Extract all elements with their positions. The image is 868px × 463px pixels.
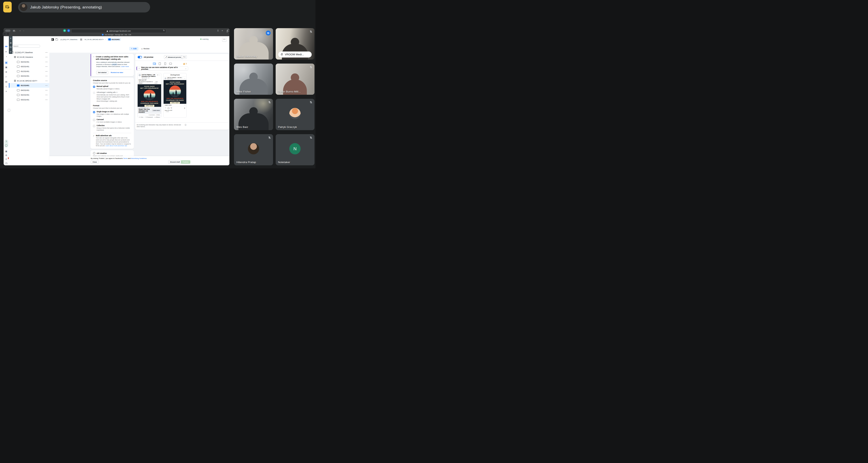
refresh-icon[interactable]: ↻: [163, 29, 165, 32]
annotation-mini-button[interactable]: [6, 32, 9, 35]
tree-item-ad[interactable]: I01C01H01 •••: [9, 69, 49, 74]
option-single-image[interactable]: Single image or video One image or video…: [93, 111, 131, 117]
breadcrumb-adset[interactable]: M | 24-45 | BROAD ADVT+: [85, 39, 104, 40]
radio-selected-icon[interactable]: [93, 86, 95, 88]
meta-logo-icon[interactable]: ∞: [4, 45, 9, 48]
billing-icon[interactable]: ▤: [4, 80, 9, 83]
radio-selected-icon[interactable]: [93, 111, 95, 113]
advertising-guidelines-link[interactable]: Advertising Guidelines: [131, 158, 147, 159]
phone-view-button[interactable]: [163, 62, 167, 65]
tablet-view-button[interactable]: [158, 62, 161, 65]
participant-tile[interactable]: Jakub Jablonsky: [234, 28, 273, 60]
option-multi-advertiser[interactable]: ✓ Multi-advertiser ads Your ads can appe…: [93, 135, 131, 147]
more-options-icon[interactable]: •••: [45, 52, 48, 53]
like-button[interactable]: ⇧ Like: [139, 117, 143, 118]
participant-tile[interactable]: Patryk Graczyk: [276, 99, 315, 130]
more-options-icon[interactable]: •••: [45, 89, 48, 91]
desktop-mobile-view-button[interactable]: [153, 62, 156, 65]
more-options-icon[interactable]: •••: [45, 56, 48, 58]
visibility-icon[interactable]: ◎: [9, 51, 12, 53]
comment-count[interactable]: 1 comment: [149, 114, 155, 115]
option-carousel[interactable]: Carousel 2 or more scrollable images or …: [93, 119, 131, 123]
more-options-icon[interactable]: •••: [45, 94, 48, 96]
forward-icon[interactable]: ›: [23, 29, 24, 32]
radio-icon[interactable]: [93, 119, 95, 121]
tabs-overview-icon[interactable]: [227, 29, 227, 33]
chevron-down-icon[interactable]: ⌄: [185, 68, 187, 69]
participant-tile[interactable]: N Notetaker: [276, 134, 315, 166]
share-preview-button[interactable]: ↗ ▾: [181, 55, 187, 59]
publish-button-disabled[interactable]: Publish: [181, 160, 190, 164]
boost-icon[interactable]: ▸: [4, 50, 9, 53]
option-collection[interactable]: Collection Group of items that opens int…: [93, 125, 131, 131]
close-button[interactable]: Close: [91, 160, 99, 164]
learn-more-row[interactable]: Learn more ›: [163, 104, 186, 107]
more-link[interactable]: ... more: [163, 111, 186, 113]
heart-icon[interactable]: ♡: [165, 107, 166, 109]
terms-link[interactable]: Terms: [123, 158, 128, 159]
more-options-button[interactable]: •••: [222, 37, 226, 42]
participant-tile[interactable]: Wes Baiz: [234, 99, 273, 130]
notifications-bell-icon[interactable]: 1 4: [4, 158, 9, 161]
share-count[interactable]: 1 share: [156, 114, 160, 115]
tree-item-ad[interactable]: I03C01H01 •••: [9, 64, 49, 69]
extension-icon[interactable]: ●: [67, 29, 70, 32]
more-options-icon[interactable]: •••: [45, 70, 48, 72]
tab-review[interactable]: ◎ Review: [141, 48, 150, 50]
campaigns-icon[interactable]: ▦: [4, 61, 8, 64]
multi-advertiser-link[interactable]: Learn about multi-advertiser ads: [105, 145, 127, 146]
landscape-view-button[interactable]: [169, 62, 172, 65]
breadcrumb-ad-current[interactable]: I01C01H01: [107, 38, 121, 41]
share-icon[interactable]: ▽: [170, 107, 172, 109]
tab-edit[interactable]: ✎ Edit: [129, 47, 138, 51]
more-options-icon[interactable]: •••: [45, 75, 48, 77]
participant-tile[interactable]: VROOM Medi...: [276, 28, 315, 60]
business-settings-icon[interactable]: ☺: [4, 85, 9, 88]
search-input[interactable]: [10, 45, 40, 48]
preview-warning[interactable]: 1: [183, 63, 187, 65]
back-icon[interactable]: ‹: [20, 29, 21, 32]
tree-item-ad[interactable]: I04C01H01 •••: [9, 74, 49, 78]
remind-me-later-link[interactable]: Remind me later: [111, 72, 123, 73]
share-button[interactable]: ↪ Share: [155, 117, 160, 118]
more-options-icon[interactable]: •••: [45, 85, 48, 86]
see-more-link[interactable]: ...See more: [155, 81, 160, 84]
tree-item-folder[interactable]: (1) [SS] LFF | Baselines •••: [9, 50, 49, 55]
kebab-menu-icon[interactable]: ⋮: [159, 74, 160, 76]
variations-banner[interactable]: ☆ Now you can see more variations of you…: [136, 66, 188, 70]
megaphone-icon[interactable]: ⚐: [4, 76, 9, 78]
more-options-icon[interactable]: •••: [45, 99, 48, 101]
search-nav-icon[interactable]: [4, 162, 9, 165]
ads-reporting-icon[interactable]: ▣: [4, 66, 9, 69]
pen-tool-icon[interactable]: ✎: [9, 46, 12, 48]
tree-item-ad[interactable]: I04C01H01 •••: [9, 88, 49, 93]
more-options-icon[interactable]: ⋯: [184, 78, 185, 79]
participant-tile[interactable]: Hitendra Pratap: [234, 134, 273, 166]
window-controls[interactable]: [5, 30, 10, 32]
new-tab-icon[interactable]: +: [222, 29, 223, 32]
sidebar-toggle-icon[interactable]: ▤⌄: [13, 29, 16, 33]
participant-tile[interactable]: Dylan Burns-Mill...: [276, 64, 315, 95]
annotation-mini-button[interactable]: [3, 32, 6, 35]
ad-preview-toggle[interactable]: [137, 56, 142, 58]
more-options-icon[interactable]: •••: [45, 66, 48, 67]
about-advantage-link[interactable]: About Advantage+ catalog ads: [97, 100, 131, 102]
breadcrumb-campaign[interactable]: (1) [SS] LFF | Baselines: [60, 39, 78, 40]
close-annotation-icon[interactable]: ✕: [9, 37, 12, 39]
more-options-icon[interactable]: •••: [45, 80, 48, 82]
more-options-icon[interactable]: •••: [45, 61, 48, 63]
option-manual-upload[interactable]: Manual upload Manually upload images or …: [93, 86, 131, 90]
all-tools-icon[interactable]: ≡: [4, 90, 9, 93]
participant-tile[interactable]: Mike Fisher: [234, 64, 273, 95]
radio-disabled-icon[interactable]: [93, 92, 95, 94]
browser-tab[interactable]: f Ads Manager - Manage ads - Ads - Edit: [4, 33, 229, 36]
chat-icon[interactable]: ◯: [4, 144, 9, 146]
grammarly-extension-icon[interactable]: G: [63, 29, 66, 32]
annotation-app-icon[interactable]: [3, 2, 12, 12]
checkmark-icon[interactable]: ✓: [93, 135, 95, 147]
radio-icon[interactable]: [93, 125, 95, 127]
tree-item-ad[interactable]: I02C01H01 •••: [9, 60, 49, 64]
tree-item-campaign[interactable]: M | 24-45 | Insurance •••: [9, 55, 49, 59]
shapes-icon[interactable]: ▤: [9, 42, 12, 44]
help-icon[interactable]: ?: [4, 140, 9, 143]
